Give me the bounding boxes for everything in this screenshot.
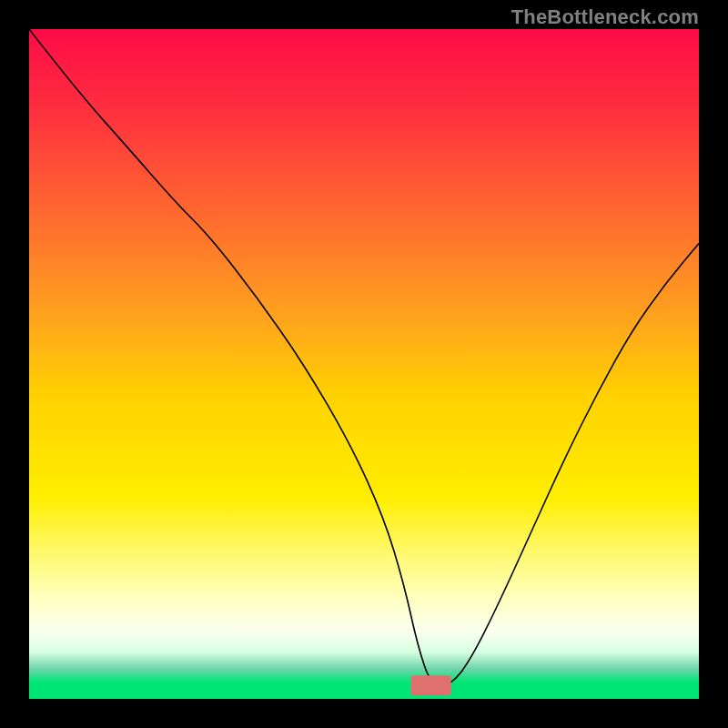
bottleneck-chart [29,29,699,699]
gradient-background [29,29,699,699]
plot-area [29,29,699,699]
optimal-marker [411,675,451,695]
watermark-text: TheBottleneck.com [511,5,699,29]
chart-frame: TheBottleneck.com [0,0,728,728]
